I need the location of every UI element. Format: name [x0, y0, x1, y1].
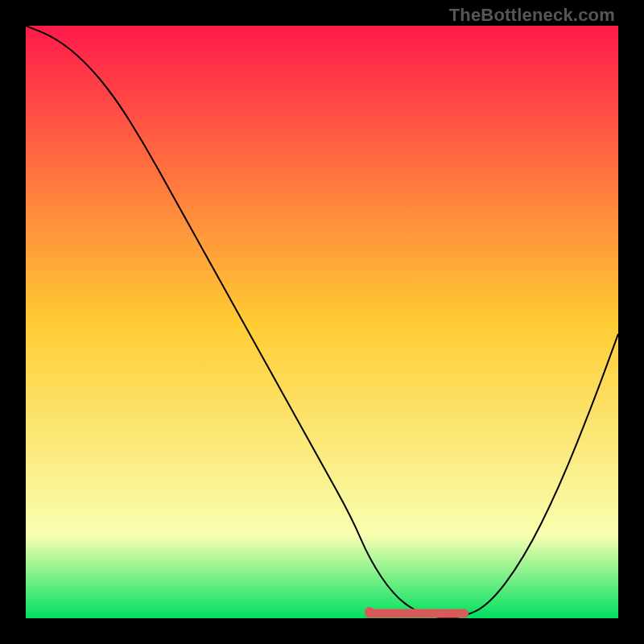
chart-svg	[26, 26, 618, 618]
optimal-start-dot	[365, 607, 374, 617]
chart-frame: TheBottleneck.com	[0, 0, 644, 644]
gradient-background	[26, 26, 618, 618]
watermark-text: TheBottleneck.com	[449, 5, 615, 26]
plot-area	[26, 26, 618, 618]
